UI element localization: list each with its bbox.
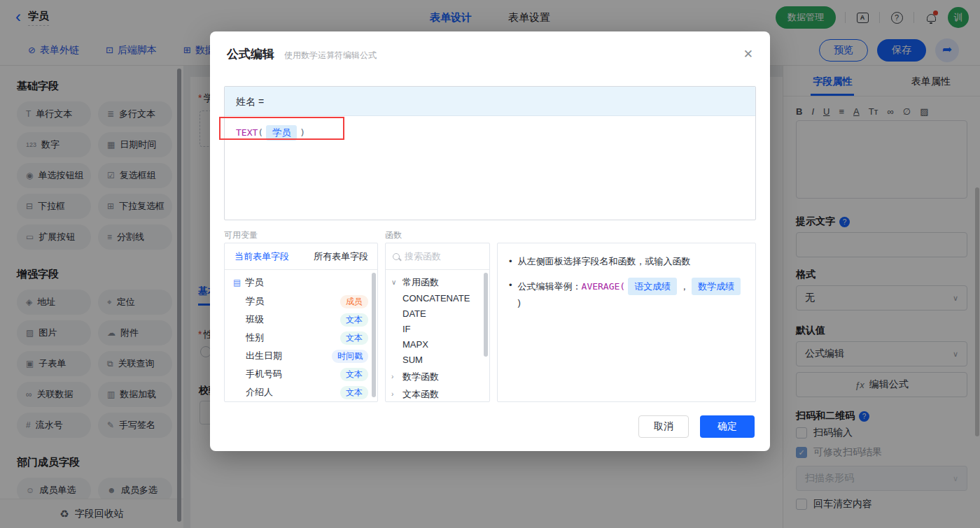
variable-row[interactable]: 班级文本	[225, 311, 377, 329]
formula-editor-modal: 公式编辑 使用数学运算符编辑公式 ✕ 姓名 = TEXT(学员) 可用变量 函数…	[210, 31, 770, 451]
search-input[interactable]	[405, 251, 475, 262]
tab-current-form-fields[interactable]: 当前表单字段	[234, 250, 289, 263]
cancel-button[interactable]: 取消	[638, 415, 689, 438]
formula-editor[interactable]: 姓名 = TEXT(学员)	[224, 86, 756, 220]
confirm-button[interactable]: 确定	[700, 415, 755, 438]
variable-row[interactable]: 介绍人文本	[225, 383, 377, 401]
type-badge: 文本	[340, 386, 368, 399]
tree-root-student[interactable]: ▤学员	[225, 273, 377, 292]
function-search[interactable]	[386, 243, 489, 270]
modal-subtitle: 使用数学运算符编辑公式	[284, 50, 377, 62]
variables-scrollbar[interactable]	[372, 273, 376, 397]
tip-example-line: •公式编辑举例：AVERAGE(语文成绩，数学成绩)	[507, 278, 746, 310]
variable-row[interactable]: 手机号码文本	[225, 365, 377, 383]
function-item[interactable]: DATE	[386, 306, 489, 322]
field-chip-math-score[interactable]: 数学成绩	[692, 278, 741, 295]
type-badge: 文本	[340, 368, 368, 381]
function-item[interactable]: MAPX	[386, 337, 489, 352]
functions-panel: ∨常用函数 CONCATENATE DATE IF MAPX SUM ›数学函数…	[385, 243, 490, 402]
document-icon: ▤	[233, 278, 241, 287]
type-badge: 文本	[340, 313, 368, 327]
function-item[interactable]: CONCATENATE	[386, 291, 489, 306]
formula-expression[interactable]: TEXT(学员)	[225, 116, 755, 150]
function-token: TEXT	[236, 127, 258, 138]
chevron-right-icon: ›	[391, 390, 398, 398]
chevron-down-icon: ∨	[391, 278, 398, 286]
variables-panel: 当前表单字段 所有表单字段 ▤学员 学员成员 班级文本 性别文本 出生日期时间戳…	[224, 243, 378, 402]
function-group-common[interactable]: ∨常用函数	[386, 273, 489, 291]
type-badge: 文本	[340, 331, 368, 345]
field-chip-chinese-score[interactable]: 语文成绩	[628, 278, 677, 295]
formula-target: 姓名 =	[225, 87, 755, 116]
close-icon[interactable]: ✕	[743, 47, 753, 62]
tips-panel: •从左侧面板选择字段名和函数，或输入函数 •公式编辑举例：AVERAGE(语文成…	[497, 243, 756, 402]
field-chip-student[interactable]: 学员	[266, 125, 297, 141]
function-token: AVERAGE(	[582, 281, 626, 292]
variables-label: 可用变量	[224, 229, 258, 241]
modal-title: 公式编辑	[227, 46, 274, 62]
function-item[interactable]: SUM	[386, 352, 489, 368]
variable-row[interactable]: 性别文本	[225, 329, 377, 347]
search-icon	[393, 253, 400, 260]
chevron-right-icon: ›	[391, 373, 398, 380]
variable-row[interactable]: 出生日期时间戳	[225, 347, 377, 365]
type-badge: 成员	[340, 295, 368, 308]
functions-scrollbar[interactable]	[484, 273, 488, 357]
functions-label: 函数	[385, 229, 402, 241]
function-group-math[interactable]: ›数学函数	[386, 368, 489, 385]
variable-row[interactable]: 学员成员	[225, 292, 377, 311]
tab-all-form-fields[interactable]: 所有表单字段	[314, 250, 368, 263]
function-group-text[interactable]: ›文本函数	[386, 385, 489, 402]
type-badge: 时间戳	[332, 350, 368, 363]
tip-line: •从左侧面板选择字段名和函数，或输入函数	[507, 254, 746, 269]
function-item[interactable]: IF	[386, 322, 489, 337]
